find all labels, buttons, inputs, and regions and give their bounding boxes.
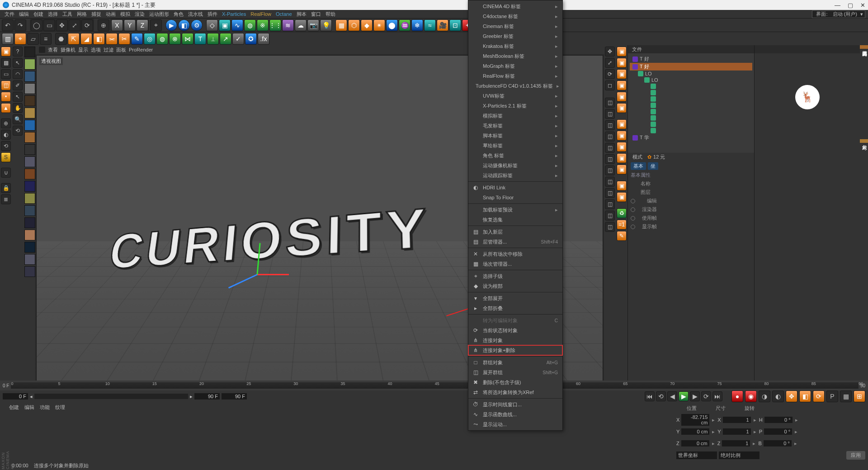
menu-item[interactable]: 角色 — [172, 11, 185, 18]
cursor-icon[interactable]: ↖ — [13, 92, 23, 102]
bevel-icon[interactable]: ◢ — [80, 33, 92, 45]
context-menu-item[interactable]: UVW标签▸ — [468, 91, 562, 101]
weld-icon[interactable]: ⋈ — [182, 33, 193, 45]
motion-cam-icon[interactable]: 🎥 — [437, 19, 448, 31]
context-menu[interactable]: CINEMA 4D 标签▸C4doctane 标签▸Cineman 标签▸Gre… — [468, 0, 563, 431]
tree-row[interactable]: T 好 — [630, 55, 752, 63]
context-menu-item[interactable]: Krakatoa 标签▸ — [468, 41, 562, 51]
keyframe-options-icon[interactable]: ◐ — [772, 390, 784, 402]
view-toggle-icon[interactable]: ◫ — [605, 177, 615, 187]
tree-row[interactable] — [630, 127, 752, 134]
coord-scale-select[interactable]: 绝对比例 — [719, 451, 760, 459]
swatch-item[interactable] — [24, 132, 35, 143]
shelf-icon[interactable]: ▣ — [617, 92, 627, 102]
close-button[interactable]: ✕ — [860, 2, 865, 9]
menu-item[interactable]: 插件 — [206, 11, 219, 18]
rot-key-icon[interactable]: ⟳ — [813, 390, 825, 402]
context-menu-item[interactable]: ⋔连接对象+删除 — [468, 345, 562, 355]
swatch-item[interactable] — [24, 181, 35, 192]
lock-icon[interactable]: 🔒 — [1, 183, 11, 193]
swatch-item[interactable] — [24, 59, 35, 70]
fracture-icon[interactable]: ✴ — [373, 19, 385, 31]
hand-icon[interactable]: ✋ — [13, 103, 23, 113]
simulation-icon[interactable]: ≈ — [424, 19, 436, 31]
menu-item[interactable]: 模拟 — [118, 11, 132, 18]
effector-icon[interactable]: ⬡ — [348, 19, 360, 31]
point-mode-icon[interactable]: • — [1, 92, 11, 102]
menu-item[interactable]: 流水线 — [186, 11, 205, 18]
live-select-icon[interactable]: ◯ — [31, 19, 42, 31]
sel-filter-icon[interactable]: ▥ — [2, 33, 14, 45]
goto-start-icon[interactable]: ⏮ — [645, 391, 655, 401]
coord-space-select[interactable]: 世界坐标 — [676, 451, 717, 459]
swatch-item[interactable] — [24, 266, 35, 277]
goto-end-icon[interactable]: ⏭ — [712, 391, 722, 401]
null-icon[interactable]: ◇ — [206, 19, 218, 31]
shelf-icon[interactable]: ▣ — [617, 164, 627, 174]
prev-key-icon[interactable]: ⟲ — [656, 391, 666, 401]
coord-sys-icon[interactable]: ⌖ — [150, 19, 162, 31]
swatch-item[interactable] — [24, 205, 35, 216]
context-menu-item[interactable]: 角色 标签▸ — [468, 150, 562, 160]
undo-icon[interactable]: ↶ — [2, 19, 14, 31]
viewport-tab[interactable]: 过滤 — [104, 47, 113, 53]
view-toggle-icon[interactable]: ◫ — [605, 222, 615, 232]
render-view-icon[interactable]: ▶ — [165, 19, 177, 31]
menu-item[interactable]: 渲染 — [133, 11, 146, 18]
shelf-icon[interactable]: ▣ — [617, 192, 627, 202]
tree-row[interactable]: LO — [630, 77, 752, 83]
text-tool-icon[interactable]: T — [194, 33, 206, 45]
viewport-tab[interactable]: 摄像机 — [61, 47, 75, 53]
context-menu-item[interactable]: ✖删除(不包含子级) — [468, 377, 562, 387]
swatch-item[interactable] — [24, 120, 35, 131]
swatch-item[interactable] — [24, 169, 35, 179]
pla-key-icon[interactable]: ▦ — [840, 390, 852, 402]
magnet-icon[interactable]: ∪ — [1, 168, 11, 178]
axis-x-icon[interactable]: X — [111, 19, 123, 31]
scale-icon[interactable]: ⤢ — [69, 19, 80, 31]
swatch-item[interactable] — [24, 108, 35, 118]
cube-primitive-icon[interactable]: ▣ — [219, 19, 231, 31]
viewport-tab[interactable]: 显示 — [78, 47, 88, 53]
normals-icon[interactable]: ↗ — [220, 33, 231, 45]
tree-row[interactable] — [630, 121, 752, 127]
menu-item[interactable]: Octane — [274, 11, 293, 17]
rot-p-field[interactable]: 0 ° — [764, 428, 792, 435]
cmd-tab[interactable]: 纹理 — [55, 404, 65, 459]
optimize-icon[interactable]: ✓ — [232, 33, 244, 45]
tree-row[interactable] — [630, 83, 752, 89]
menu-item[interactable]: 捕捉 — [90, 11, 103, 18]
next-key-icon[interactable]: ⟳ — [701, 391, 711, 401]
shelf-icon[interactable]: ▣ — [617, 131, 627, 141]
rect-select-icon[interactable]: ▭ — [43, 19, 55, 31]
redo-icon[interactable]: ↷ — [14, 19, 26, 31]
pos-y-field[interactable]: 0 cm — [681, 428, 709, 435]
context-menu-item[interactable]: ▤层管理器...Shift+F4 — [468, 237, 562, 247]
axis-y-icon[interactable]: Y — [124, 19, 136, 31]
viewport-menu-icon[interactable] — [39, 47, 45, 53]
menu-item[interactable]: 窗口 — [309, 11, 323, 18]
context-menu-item[interactable]: 运动摄像机标签▸ — [468, 160, 562, 170]
help-icon[interactable]: ? — [13, 47, 23, 56]
layout-selector[interactable]: 界面: 启动 (用户) ▾ — [812, 10, 865, 18]
param-key-icon[interactable]: P — [826, 390, 838, 402]
context-menu-item[interactable]: ⏱显示时间线窗口... — [468, 400, 562, 409]
view-toggle-icon[interactable]: ◫ — [605, 188, 615, 198]
maximize-button[interactable]: ▢ — [848, 2, 853, 9]
dolly-view-icon[interactable]: ⤢ — [605, 58, 615, 68]
menu-item[interactable]: RealFlow — [249, 11, 273, 17]
side-tab[interactable]: 对象 — [860, 139, 868, 143]
context-menu-item[interactable]: RealFlow 标签▸ — [468, 71, 562, 81]
fx-icon[interactable]: .fx — [258, 33, 269, 45]
render-settings-icon[interactable]: ⚙ — [191, 19, 203, 31]
cmd-tab[interactable]: 编辑 — [24, 404, 34, 459]
axis-toggle-icon[interactable]: ⊕ — [1, 118, 11, 128]
swatch-item[interactable] — [24, 230, 35, 240]
shelf-icon[interactable]: ▣ — [617, 119, 627, 129]
context-menu-item[interactable]: ⋔连接对象 — [468, 335, 562, 345]
dissolve-icon[interactable]: ⊗ — [169, 33, 181, 45]
workplane-icon[interactable]: ▱ — [27, 33, 39, 45]
menu-item[interactable]: 选择 — [46, 11, 60, 18]
camera-icon[interactable]: 📷 — [307, 19, 319, 31]
context-menu-item[interactable]: 毛发标签▸ — [468, 121, 562, 131]
